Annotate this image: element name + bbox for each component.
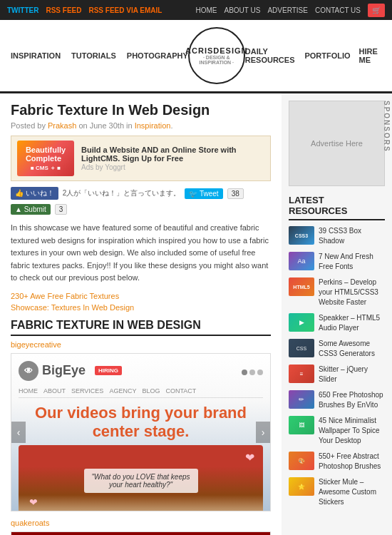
showcase-item-1: 👁 BigEye HIRING HOME ABOUT SE (11, 353, 271, 511)
resource-label-7: 650 Free Photoshop Brushes By EnVito (319, 390, 385, 410)
latest-resources-title: LATEST RESOURCES (289, 195, 385, 220)
resource-item-5[interactable]: CSS Some Awesome CSS3 Generators (289, 339, 385, 359)
bigeye-image-area: ❤ ❤ "What do you LOVE that keeps your he… (19, 445, 263, 511)
showcase-wrapper-1: 👁 BigEye HIRING HOME ABOUT SE (11, 354, 270, 511)
nav-blog[interactable]: BLOG (142, 387, 160, 394)
about-link[interactable]: ABOUT US (224, 6, 260, 14)
resource-item-10[interactable]: ⭐ Sticker Mule – Awesome Custom Stickers (289, 477, 385, 507)
ad-text-block: Build a Website AND an Online Store with… (81, 146, 264, 171)
nav-contact[interactable]: CONTACT (165, 387, 196, 394)
bigeye-headline: Our videos bring your brand center stage… (19, 404, 263, 442)
main-container: Fabric Texture In Web Design Posted by P… (0, 93, 392, 535)
section-title: FABRIC TEXTURE IN WEB DESIGN (11, 319, 271, 336)
resource-label-2: 7 New And Fresh Free Fonts (319, 252, 385, 272)
bigeye-logo: 👁 BigEye HIRING (19, 361, 122, 381)
quaker-nav-bar: Quaker LIVING PRODUCTS RECIPES QUAKER PR… (11, 532, 270, 535)
nav-inspiration[interactable]: INSPIRATION (11, 51, 61, 60)
article-title: Fabric Texture In Web Design (11, 102, 271, 118)
showcase-arrow-right[interactable]: › (256, 422, 270, 443)
resource-label-1: 39 CSS3 Box Shadow (319, 226, 385, 246)
rss-email-link[interactable]: RSS FEED VIA EMAIL (88, 6, 162, 14)
resource-thumb-9: 🎨 (289, 452, 314, 470)
ad-by: Ads by Yoggrt (81, 163, 125, 171)
header-left-nav: INSPIRATION TUTORIALS PHOTOGRAPHY (11, 51, 188, 60)
tweet-button[interactable]: 🐦 Tweet (185, 188, 222, 199)
resource-item-8[interactable]: 🖼 45 Nice Minimalist Wallpaper To Spice … (289, 416, 385, 446)
resource-thumb-1: CSS3 (289, 226, 314, 245)
dot-2 (249, 370, 255, 375)
showcase-arrow-left[interactable]: ‹ (11, 422, 26, 443)
article-meta: Posted by Prakash on June 30th in Inspir… (11, 121, 271, 130)
ad-main-text: Build a Website AND an Online Store with… (81, 146, 264, 163)
logo-sub: · DESIGN & INSPIRATION · (190, 55, 244, 65)
resource-thumb-10: ⭐ (289, 477, 314, 496)
resource-item-7[interactable]: ✏ 650 Free Photoshop Brushes By EnVito (289, 390, 385, 410)
hiring-badge: HIRING (95, 366, 122, 375)
submit-button[interactable]: ▲ Submit (11, 204, 51, 215)
cart-button[interactable]: 🛒 (368, 4, 385, 17)
fb-count-text: 2人が「いいね！」と言っています。 (63, 188, 181, 198)
nav-hire[interactable]: HIRE ME (359, 47, 381, 64)
author-link[interactable]: Prakash (48, 121, 76, 130)
dot-3 (257, 370, 263, 375)
showcase-item-2: Quaker LIVING PRODUCTS RECIPES QUAKER PR… (11, 531, 271, 535)
home-link[interactable]: HOME (195, 6, 217, 14)
nav-portfolio[interactable]: PORTFOLIO (304, 51, 350, 60)
bigeye-quote: "What do you LOVE that keeps your heart … (84, 469, 198, 493)
submit-count: 3 (55, 204, 68, 215)
resource-item-1[interactable]: CSS3 39 CSS3 Box Shadow (289, 226, 385, 246)
resource-label-8: 45 Nice Minimalist Wallpaper To Spice Yo… (319, 416, 385, 446)
resource-label-6: Skitter – jQuery Slider (319, 365, 385, 384)
social-bar: 👍 いいね！ 2人が「いいね！」と言っています。 🐦 Tweet 38 ▲ Su… (11, 187, 271, 215)
top-bar: TWITTER RSS FEED RSS FEED VIA EMAIL HOME… (0, 0, 392, 20)
category-link[interactable]: Inspiration (135, 121, 171, 130)
ad-image: BeautifullyComplete ■ CMS ＋ ■ (17, 141, 74, 176)
site-header: INSPIRATION TUTORIALS PHOTOGRAPHY ACRISD… (0, 20, 392, 93)
advertise-text: Advertise Here (311, 139, 363, 148)
resource-thumb-5: CSS (289, 339, 314, 357)
link-fabric-textures[interactable]: 230+ Awe Free Fabric Textures (11, 292, 271, 300)
logo-brand: ACRISDESIGN (185, 46, 247, 55)
tweet-count: 38 (227, 188, 244, 199)
resource-label-10: Sticker Mule – Awesome Custom Stickers (319, 477, 385, 507)
resource-item-3[interactable]: HTML5 Perkins – Develop your HTML5/CSS3 … (289, 277, 385, 307)
nav-dots (242, 370, 263, 375)
rss-link[interactable]: RSS FEED (46, 6, 81, 14)
eye-icon: 👁 (19, 361, 38, 381)
top-bar-right: HOME ABOUT US ADVERTISE CONTACT US 🛒 (195, 4, 385, 17)
twitter-link[interactable]: TWITTER (7, 6, 38, 14)
link-textures-showcase[interactable]: Showcase: Textures In Web Design (11, 303, 271, 312)
top-bar-left: TWITTER RSS FEED RSS FEED VIA EMAIL (7, 6, 162, 14)
logo[interactable]: ACRISDESIGN · DESIGN & INSPIRATION · (188, 27, 245, 84)
nav-daily[interactable]: DAILY RESOURCES (245, 47, 296, 64)
nav-tutorials[interactable]: TUTORIALS (71, 51, 116, 60)
nav-photography[interactable]: PHOTOGRAPHY (127, 51, 188, 60)
nav-about[interactable]: ABOUT (43, 387, 66, 394)
resource-item-4[interactable]: ▶ Speakker – HTML5 Audio Player (289, 313, 385, 333)
resource-label-5: Some Awesome CSS3 Generators (319, 339, 385, 359)
advertise-here-box[interactable]: Advertise Here (289, 101, 385, 186)
content-area: Fabric Texture In Web Design Posted by P… (0, 93, 282, 535)
site-2-label: quakeroats (11, 519, 271, 527)
dot-1 (242, 370, 247, 375)
bigeye-name: BigEye (42, 363, 86, 378)
nav-services[interactable]: SERVICES (71, 387, 103, 394)
advertise-link[interactable]: ADVERTISE (267, 6, 308, 14)
article-body: In this showcase we have featured some o… (11, 222, 271, 285)
resource-label-9: 550+ Free Abstract Photoshop Brushes (319, 452, 385, 472)
resource-item-2[interactable]: Aa 7 New And Fresh Free Fonts (289, 252, 385, 272)
nav-home[interactable]: HOME (19, 387, 38, 394)
resource-label-3: Perkins – Develop your HTML5/CSS3 Websit… (319, 277, 385, 307)
bigeye-banner: 👁 BigEye HIRING HOME ABOUT SE (11, 354, 270, 511)
resource-label-4: Speakker – HTML5 Audio Player (319, 313, 385, 333)
resource-item-9[interactable]: 🎨 550+ Free Abstract Photoshop Brushes (289, 452, 385, 472)
ad-banner[interactable]: BeautifullyComplete ■ CMS ＋ ■ Build a We… (11, 136, 271, 181)
resource-thumb-3: HTML5 (289, 277, 314, 296)
nav-agency[interactable]: AGENCY (109, 387, 136, 394)
contact-link[interactable]: CONTACT US (315, 6, 361, 14)
ad-headline: BeautifullyComplete (26, 146, 66, 163)
resource-thumb-8: 🖼 (289, 416, 314, 434)
fb-like-button[interactable]: 👍 いいね！ (11, 187, 58, 200)
sponsors-label: Sponsors (383, 101, 391, 153)
resource-item-6[interactable]: ≡ Skitter – jQuery Slider (289, 365, 385, 384)
